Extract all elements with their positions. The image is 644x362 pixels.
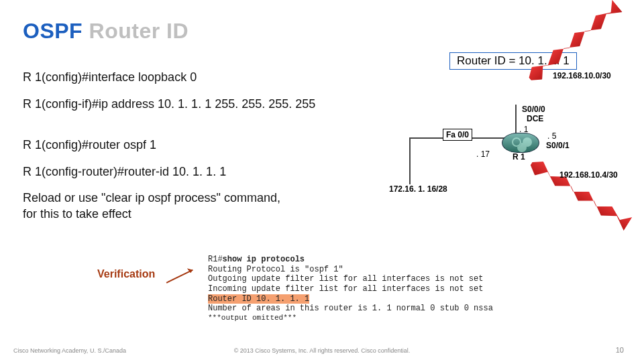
title-word-1: OSPF <box>23 19 83 43</box>
footer-page-number: 10 <box>616 346 624 354</box>
title-word-2: Router <box>89 19 160 43</box>
term-line-4: Incoming update filter list for all inte… <box>208 284 577 294</box>
label-dce: DCE <box>527 114 543 123</box>
arrow-icon <box>163 263 207 291</box>
network-diagram: 192.168.10.0/30 S0/0/0 DCE . 1 Fa 0/0 . … <box>382 67 637 201</box>
term-line-3: Outgoing update filter list for all inte… <box>208 274 577 284</box>
label-net1: 192.168.10.0/30 <box>553 71 611 80</box>
serial-link-bottom-icon <box>527 157 633 231</box>
cmd-note-a: Reload or use "clear ip ospf process" co… <box>23 191 372 206</box>
term-line-5: Router ID 10. 1. 1. 1 <box>208 294 577 304</box>
label-s000: S0/0/0 <box>522 105 545 114</box>
cmd-ip-address: R 1(config-if)#ip address 10. 1. 1. 1 25… <box>23 97 372 112</box>
router-icon <box>502 133 539 153</box>
term-line-6: Number of areas in this router is 1. 1 n… <box>208 304 577 314</box>
term-cmd: show ip protocols <box>223 255 305 264</box>
label-dot5: . 5 <box>547 131 556 141</box>
command-list: R 1(config)#interface loopback 0 R 1(con… <box>23 70 372 234</box>
cmd-note-b: for this to take effect <box>23 207 372 222</box>
label-r1: R 1 <box>513 152 525 162</box>
footer-center: © 2013 Cisco Systems, Inc. All rights re… <box>0 347 644 354</box>
slide-title: OSPF Router ID <box>23 19 189 44</box>
title-word-3: ID <box>166 19 189 43</box>
label-net3: 192.168.10.4/30 <box>559 170 618 180</box>
cmd-interface-loopback: R 1(config)#interface loopback 0 <box>23 70 372 85</box>
label-dot17: . 17 <box>476 149 490 159</box>
verification-label: Verification <box>97 268 155 280</box>
label-fa0: Fa 0/0 <box>443 129 472 141</box>
term-router-id-highlight: Router ID 10. 1. 1. 1 <box>208 294 309 304</box>
term-line-7: ***output omitted*** <box>208 314 577 322</box>
label-s001: S0/0/1 <box>546 141 570 150</box>
term-prompt: R1# <box>208 255 223 264</box>
term-line-2: Routing Protocol is "ospf 1" <box>208 265 577 275</box>
label-net2: 172.16. 1. 16/28 <box>389 184 447 194</box>
cmd-router-ospf: R 1(config)#router ospf 1 <box>23 138 372 153</box>
terminal-output: R1#show ip protocols Routing Protocol is… <box>208 255 577 322</box>
term-line-1: R1#show ip protocols <box>208 255 577 265</box>
cmd-router-id: R 1(config-router)#router-id 10. 1. 1. 1 <box>23 165 372 180</box>
diagram-line <box>409 137 411 184</box>
